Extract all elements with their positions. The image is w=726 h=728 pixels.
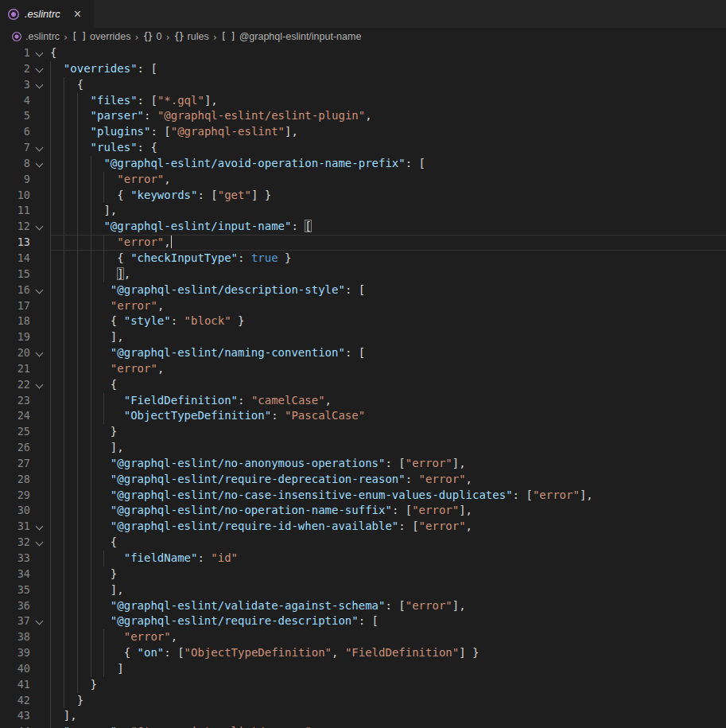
line-number[interactable]: 6 [0, 124, 30, 140]
line-number[interactable]: 2 [0, 61, 30, 77]
line-number[interactable]: 11 [0, 203, 30, 219]
code-line-28[interactable]: 28 "@graphql-eslint/require-deprecation-… [0, 472, 726, 488]
code-line-11[interactable]: 11 ], [0, 203, 726, 219]
code-row[interactable]: "files": ["*.gql"], [50, 93, 726, 109]
line-number[interactable]: 14 [0, 251, 30, 267]
code-line-5[interactable]: 5 "parser": "@graphql-eslint/eslint-plug… [0, 108, 726, 124]
code-line-31[interactable]: 31 "@graphql-eslint/require-id-when-avai… [0, 519, 726, 535]
code-line-19[interactable]: 19 ], [0, 329, 726, 345]
tab-eslintrc[interactable]: .eslintrc × [0, 0, 94, 28]
chevron-down-icon[interactable] [36, 349, 44, 357]
line-number[interactable]: 42 [0, 693, 30, 709]
line-number[interactable]: 22 [0, 377, 30, 393]
line-number[interactable]: 43 [0, 708, 30, 724]
code-row[interactable]: { [50, 77, 726, 93]
code-row[interactable]: ], [50, 708, 726, 724]
code-row[interactable]: { "checkInputType": true } [50, 251, 726, 267]
code-line-15[interactable]: 15 ], [0, 267, 726, 282]
line-number[interactable]: 38 [0, 629, 30, 645]
line-number[interactable]: 31 [0, 519, 30, 535]
code-row[interactable]: ], [50, 582, 726, 598]
code-line-30[interactable]: 30 "@graphql-eslint/no-operation-name-su… [0, 503, 726, 519]
breadcrumb-item--eslintrc[interactable]: .eslintrc [12, 31, 60, 42]
code-row[interactable]: "rules": { [50, 140, 726, 156]
code-row[interactable]: "@graphql-eslint/no-case-insensitive-enu… [50, 488, 726, 504]
code-line-42[interactable]: 42 } [0, 693, 726, 709]
line-number[interactable]: 13 [0, 235, 30, 251]
line-number[interactable]: 5 [0, 108, 30, 124]
code-row[interactable]: "@graphql-eslint/require-description": [ [50, 613, 726, 629]
code-line-18[interactable]: 18 { "style": "block" } [0, 313, 726, 329]
line-number[interactable]: 10 [0, 188, 30, 204]
code-row[interactable]: "@graphql-eslint/require-id-when-availab… [50, 519, 726, 535]
code-line-6[interactable]: 6 "plugins": ["@graphql-eslint"], [0, 124, 726, 140]
code-line-16[interactable]: 16 "@graphql-eslint/description-style": … [0, 282, 726, 298]
code-row[interactable]: } [50, 677, 726, 693]
code-line-13[interactable]: 13 "error", [0, 235, 726, 251]
line-number[interactable]: 7 [0, 140, 30, 156]
line-number[interactable]: 24 [0, 408, 30, 424]
code-row[interactable]: ], [50, 440, 726, 456]
code-row[interactable]: "FieldDefinition": "camelCase", [50, 393, 726, 409]
code-row[interactable]: { [50, 535, 726, 551]
line-number[interactable]: 26 [0, 440, 30, 456]
code-line-7[interactable]: 7 "rules": { [0, 140, 726, 156]
code-row[interactable]: "error", [50, 172, 726, 188]
line-number[interactable]: 34 [0, 566, 30, 582]
code-line-10[interactable]: 10 { "keywords": ["get"] } [0, 188, 726, 204]
line-number[interactable]: 35 [0, 582, 30, 598]
code-line-26[interactable]: 26 ], [0, 440, 726, 456]
code-line-9[interactable]: 9 "error", [0, 172, 726, 188]
line-number[interactable]: 36 [0, 598, 30, 614]
line-number[interactable]: 19 [0, 329, 30, 345]
code-line-21[interactable]: 21 "error", [0, 361, 726, 377]
line-number[interactable]: 40 [0, 661, 30, 677]
code-row[interactable]: "@graphql-eslint/naming-convention": [ [50, 345, 726, 361]
line-number[interactable]: 3 [0, 77, 30, 93]
code-editor[interactable]: 1{2 "overrides": [3 {4 "files": ["*.gql"… [0, 45, 726, 728]
code-row[interactable]: { "on": ["ObjectTypeDefinition", "FieldD… [50, 645, 726, 661]
code-line-1[interactable]: 1{ [0, 45, 726, 61]
line-number[interactable]: 4 [0, 93, 30, 109]
line-number[interactable]: 39 [0, 645, 30, 661]
code-line-41[interactable]: 41 } [0, 677, 726, 693]
code-line-35[interactable]: 35 ], [0, 582, 726, 598]
code-line-32[interactable]: 32 { [0, 535, 726, 551]
breadcrumb-item-overrides[interactable]: [ ]overrides [72, 31, 130, 42]
code-row[interactable]: "@graphql-eslint/no-operation-name-suffi… [50, 503, 726, 519]
code-row[interactable]: "@graphql-eslint/avoid-operation-name-pr… [50, 156, 726, 172]
line-number[interactable]: 18 [0, 313, 30, 329]
code-row[interactable]: } [50, 566, 726, 582]
line-number[interactable]: 28 [0, 472, 30, 488]
code-line-39[interactable]: 39 { "on": ["ObjectTypeDefinition", "Fie… [0, 645, 726, 661]
line-number[interactable]: 41 [0, 677, 30, 693]
code-row[interactable]: "error", [50, 298, 726, 314]
code-line-17[interactable]: 17 "error", [0, 298, 726, 314]
code-row[interactable]: "parser": "@typescript-eslint/parser" [50, 724, 726, 728]
code-line-2[interactable]: 2 "overrides": [ [0, 61, 726, 77]
chevron-down-icon[interactable] [36, 159, 44, 167]
code-line-38[interactable]: 38 "error", [0, 629, 726, 645]
chevron-down-icon[interactable] [36, 144, 44, 152]
line-number[interactable]: 9 [0, 172, 30, 188]
code-line-36[interactable]: 36 "@graphql-eslint/validate-against-sch… [0, 598, 726, 614]
code-row[interactable]: "overrides": [ [50, 61, 726, 77]
code-line-37[interactable]: 37 "@graphql-eslint/require-description"… [0, 613, 726, 629]
code-row[interactable]: } [50, 424, 726, 440]
line-number[interactable]: 27 [0, 456, 30, 472]
chevron-down-icon[interactable] [36, 49, 44, 57]
code-line-27[interactable]: 27 "@graphql-eslint/no-anonymous-operati… [0, 456, 726, 472]
chevron-down-icon[interactable] [36, 64, 44, 72]
code-row[interactable]: ], [50, 329, 726, 345]
code-row[interactable]: "@graphql-eslint/require-deprecation-rea… [50, 472, 726, 488]
code-row[interactable]: "@graphql-eslint/no-anonymous-operations… [50, 456, 726, 472]
code-row[interactable]: ], [50, 203, 726, 219]
code-line-20[interactable]: 20 "@graphql-eslint/naming-convention": … [0, 345, 726, 361]
chevron-down-icon[interactable] [36, 617, 44, 625]
code-line-24[interactable]: 24 "ObjectTypeDefinition": "PascalCase" [0, 408, 726, 424]
code-line-43[interactable]: 43 ], [0, 708, 726, 724]
code-row[interactable]: "error", [50, 235, 726, 251]
code-line-25[interactable]: 25 } [0, 424, 726, 440]
code-row[interactable]: "ObjectTypeDefinition": "PascalCase" [50, 408, 726, 424]
line-number[interactable]: 33 [0, 551, 30, 566]
